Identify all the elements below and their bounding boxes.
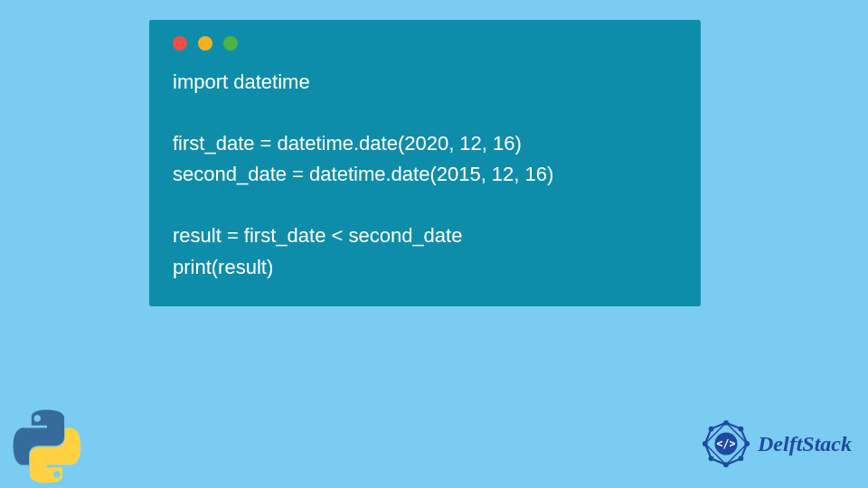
close-icon <box>173 36 187 51</box>
minimize-icon <box>198 36 212 51</box>
window-traffic-lights <box>173 36 677 51</box>
python-logo-icon <box>9 408 85 484</box>
maximize-icon <box>223 36 238 51</box>
code-window: import datetime first_date = datetime.da… <box>149 20 701 306</box>
delftstack-branding: </> DelftStack <box>700 418 852 470</box>
delftstack-label: DelftStack <box>758 432 852 456</box>
svg-text:</>: </> <box>717 437 736 450</box>
code-block: import datetime first_date = datetime.da… <box>173 67 677 283</box>
delftstack-logo-icon: </> <box>700 418 752 470</box>
